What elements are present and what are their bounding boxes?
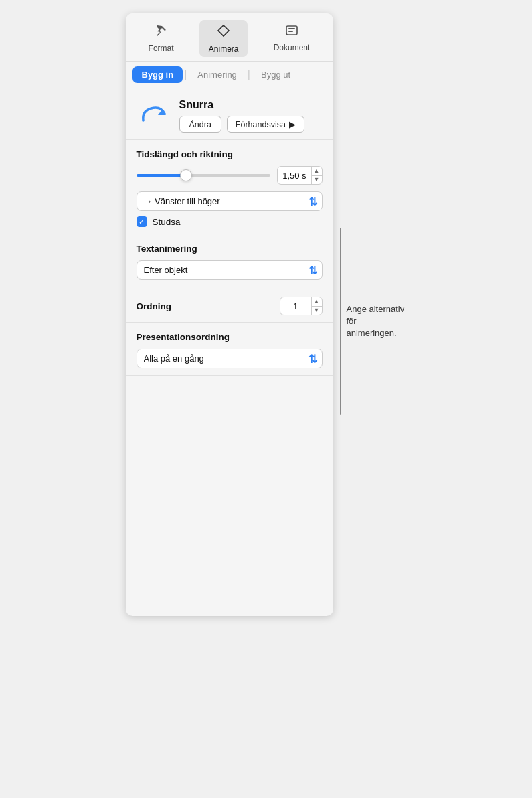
svg-rect-0 — [286, 26, 297, 35]
ordning-row: Ordning 1 ▲ ▼ — [137, 297, 323, 315]
animation-buttons: Ändra Förhandsvisa ▶ — [179, 116, 304, 133]
preview-label: Förhandsvisa — [236, 120, 286, 129]
ordning-decrement[interactable]: ▼ — [312, 307, 322, 315]
ordning-stepper: 1 ▲ ▼ — [280, 297, 323, 315]
animera-icon — [216, 23, 231, 42]
tab-dokument-label: Dokument — [274, 43, 311, 52]
duration-decrement[interactable]: ▼ — [312, 176, 322, 185]
duration-section-title: Tidslängd och riktning — [137, 149, 323, 159]
inspector-panel: Format Animera Dokument — [126, 13, 333, 616]
text-animation-dropdown-wrapper: Efter objekt Hela texten Per ord Per tec… — [137, 260, 323, 280]
callout-line: Ange alternativ för animeringen. — [340, 228, 407, 415]
direction-dropdown-wrapper: → Vänster till höger ← Höger till vänste… — [137, 191, 323, 211]
ordning-section: Ordning 1 ▲ ▼ — [126, 287, 333, 323]
callout-annotation: Ange alternativ för animeringen. — [340, 228, 407, 415]
svg-rect-1 — [288, 28, 295, 29]
presentation-select[interactable]: Alla på en gång En i taget Rad för rad T… — [137, 349, 323, 368]
text-animation-select[interactable]: Efter objekt Hela texten Per ord Per tec… — [137, 260, 323, 280]
dokument-icon — [285, 25, 298, 40]
studsa-row: ✓ Studsa — [137, 216, 323, 227]
subtabs: Bygg in | Animering | Bygg ut — [126, 62, 333, 88]
subtab-animering[interactable]: Animering — [188, 66, 246, 83]
duration-stepper: 1,50 s ▲ ▼ — [277, 166, 323, 185]
animation-header: Snurra Ändra Förhandsvisa ▶ — [126, 88, 333, 140]
text-animation-section: Textanimering Efter objekt Hela texten P… — [126, 234, 333, 287]
change-button[interactable]: Ändra — [179, 116, 221, 133]
bottom-spacer — [126, 376, 333, 402]
presentation-title: Presentationsordning — [137, 332, 323, 342]
tab-format[interactable]: Format — [139, 21, 183, 56]
subtab-divider-2: | — [246, 69, 252, 81]
ordning-label: Ordning — [137, 301, 172, 311]
duration-value: 1,50 s — [278, 171, 311, 181]
animation-preview-icon — [137, 102, 171, 129]
preview-play-icon: ▶ — [289, 119, 296, 129]
duration-section: Tidslängd och riktning 1,50 s ▲ ▼ → Väns… — [126, 140, 333, 234]
animation-info: Snurra Ändra Förhandsvisa ▶ — [179, 99, 304, 133]
toolbar: Format Animera Dokument — [126, 13, 333, 62]
subtab-bygg-ut[interactable]: Bygg ut — [252, 66, 300, 83]
callout-bracket — [340, 228, 341, 415]
subtab-divider-1: | — [183, 69, 188, 81]
studsa-checkbox[interactable]: ✓ — [137, 216, 147, 227]
presentation-dropdown-wrapper: Alla på en gång En i taget Rad för rad T… — [137, 349, 323, 368]
subtab-bygg-in[interactable]: Bygg in — [132, 66, 183, 83]
duration-arrows: ▲ ▼ — [311, 167, 322, 184]
ordning-value: 1 — [280, 301, 311, 311]
callout-text: Ange alternativ för animeringen. — [347, 303, 407, 340]
duration-increment[interactable]: ▲ — [312, 167, 322, 176]
tab-animera-label: Animera — [209, 44, 239, 54]
ordning-increment[interactable]: ▲ — [312, 297, 322, 307]
preview-button[interactable]: Förhandsvisa ▶ — [227, 116, 304, 133]
animation-name: Snurra — [179, 99, 304, 111]
ordning-arrows: ▲ ▼ — [311, 297, 322, 315]
tab-animera[interactable]: Animera — [199, 20, 248, 57]
studsa-label: Studsa — [153, 217, 181, 227]
text-animation-title: Textanimering — [137, 244, 323, 254]
format-icon — [155, 24, 168, 41]
svg-rect-2 — [288, 31, 293, 32]
tab-format-label: Format — [149, 44, 174, 53]
slider-row: 1,50 s ▲ ▼ — [137, 166, 323, 185]
direction-select[interactable]: → Vänster till höger ← Höger till vänste… — [137, 191, 323, 211]
tab-dokument[interactable]: Dokument — [264, 21, 320, 56]
studsa-checkmark: ✓ — [139, 218, 145, 226]
duration-slider[interactable] — [137, 174, 270, 177]
presentation-section: Presentationsordning Alla på en gång En … — [126, 323, 333, 376]
